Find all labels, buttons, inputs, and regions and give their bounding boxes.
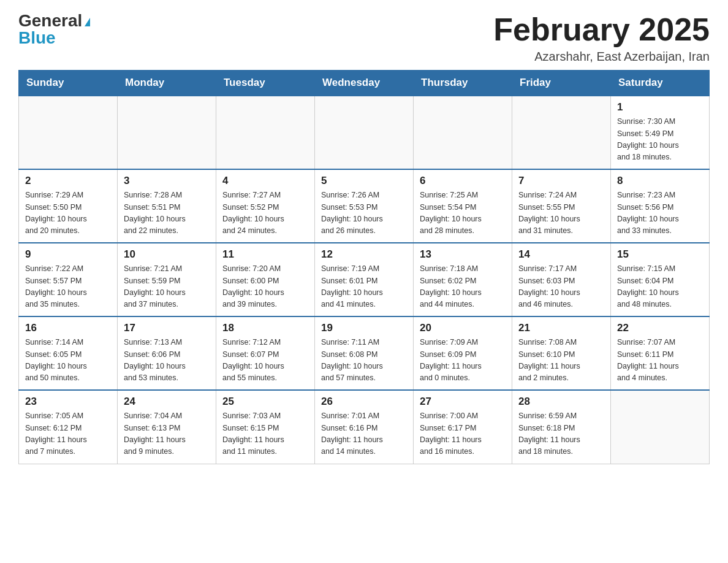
calendar-cell: 17Sunrise: 7:13 AMSunset: 6:06 PMDayligh… xyxy=(118,316,216,390)
day-info: Sunrise: 7:20 AMSunset: 6:00 PMDaylight:… xyxy=(222,263,308,311)
calendar-cell: 13Sunrise: 7:18 AMSunset: 6:02 PMDayligh… xyxy=(414,243,512,316)
calendar-cell: 10Sunrise: 7:21 AMSunset: 5:59 PMDayligh… xyxy=(118,243,216,316)
logo-blue-text: Blue xyxy=(18,29,56,47)
day-info: Sunrise: 7:03 AMSunset: 6:15 PMDaylight:… xyxy=(222,410,308,458)
day-number: 5 xyxy=(321,175,407,187)
day-info: Sunrise: 7:01 AMSunset: 6:16 PMDaylight:… xyxy=(321,410,407,458)
day-number: 10 xyxy=(124,248,210,261)
calendar-cell xyxy=(216,96,315,169)
calendar-cell: 11Sunrise: 7:20 AMSunset: 6:00 PMDayligh… xyxy=(216,243,315,316)
day-number: 15 xyxy=(617,248,703,261)
day-info: Sunrise: 7:29 AMSunset: 5:50 PMDaylight:… xyxy=(25,190,111,237)
day-info: Sunrise: 7:21 AMSunset: 5:59 PMDaylight:… xyxy=(124,263,210,311)
day-of-week-header: Monday xyxy=(118,71,216,96)
day-info: Sunrise: 7:18 AMSunset: 6:02 PMDaylight:… xyxy=(420,263,506,311)
calendar-cell: 12Sunrise: 7:19 AMSunset: 6:01 PMDayligh… xyxy=(315,243,414,316)
calendar-cell: 15Sunrise: 7:15 AMSunset: 6:04 PMDayligh… xyxy=(611,243,710,316)
day-number: 1 xyxy=(617,101,703,113)
day-number: 19 xyxy=(321,322,407,334)
day-info: Sunrise: 7:15 AMSunset: 6:04 PMDaylight:… xyxy=(617,263,703,311)
day-of-week-header: Tuesday xyxy=(216,71,315,96)
calendar-cell: 20Sunrise: 7:09 AMSunset: 6:09 PMDayligh… xyxy=(414,316,512,390)
day-number: 2 xyxy=(25,175,111,187)
day-info: Sunrise: 7:30 AMSunset: 5:49 PMDaylight:… xyxy=(617,116,703,164)
logo: General Blue xyxy=(18,12,90,47)
calendar-week-row: 23Sunrise: 7:05 AMSunset: 6:12 PMDayligh… xyxy=(19,390,710,464)
day-number: 8 xyxy=(617,175,703,187)
calendar-table: SundayMondayTuesdayWednesdayThursdayFrid… xyxy=(18,70,710,464)
day-number: 14 xyxy=(518,248,604,261)
calendar-cell xyxy=(315,96,414,169)
day-info: Sunrise: 7:19 AMSunset: 6:01 PMDaylight:… xyxy=(321,263,407,311)
logo-general-text: General xyxy=(18,11,82,30)
day-info: Sunrise: 7:08 AMSunset: 6:10 PMDaylight:… xyxy=(518,337,604,385)
day-number: 16 xyxy=(25,322,111,334)
calendar-cell xyxy=(19,96,118,169)
calendar-cell: 5Sunrise: 7:26 AMSunset: 5:53 PMDaylight… xyxy=(315,169,414,243)
day-info: Sunrise: 7:12 AMSunset: 6:07 PMDaylight:… xyxy=(222,337,308,385)
calendar-cell: 8Sunrise: 7:23 AMSunset: 5:56 PMDaylight… xyxy=(611,169,710,243)
day-info: Sunrise: 7:26 AMSunset: 5:53 PMDaylight:… xyxy=(321,190,407,237)
calendar-cell: 2Sunrise: 7:29 AMSunset: 5:50 PMDaylight… xyxy=(19,169,118,243)
day-info: Sunrise: 6:59 AMSunset: 6:18 PMDaylight:… xyxy=(518,410,604,458)
calendar-cell: 7Sunrise: 7:24 AMSunset: 5:55 PMDaylight… xyxy=(512,169,611,243)
day-number: 21 xyxy=(518,322,604,334)
day-number: 3 xyxy=(124,175,210,187)
calendar-cell: 26Sunrise: 7:01 AMSunset: 6:16 PMDayligh… xyxy=(315,390,414,464)
day-number: 6 xyxy=(420,175,506,187)
calendar-subtitle: Azarshahr, East Azerbaijan, Iran xyxy=(493,50,710,64)
day-of-week-header: Saturday xyxy=(611,71,710,96)
day-number: 11 xyxy=(222,248,308,261)
calendar-cell xyxy=(611,390,710,464)
day-of-week-header: Thursday xyxy=(414,71,512,96)
calendar-cell: 23Sunrise: 7:05 AMSunset: 6:12 PMDayligh… xyxy=(19,390,118,464)
calendar-cell: 22Sunrise: 7:07 AMSunset: 6:11 PMDayligh… xyxy=(611,316,710,390)
title-section: February 2025 Azarshahr, East Azerbaijan… xyxy=(493,12,710,64)
day-info: Sunrise: 7:14 AMSunset: 6:05 PMDaylight:… xyxy=(25,337,111,385)
day-number: 7 xyxy=(518,175,604,187)
calendar-cell: 21Sunrise: 7:08 AMSunset: 6:10 PMDayligh… xyxy=(512,316,611,390)
calendar-cell xyxy=(414,96,512,169)
day-number: 24 xyxy=(124,396,210,408)
calendar-cell: 4Sunrise: 7:27 AMSunset: 5:52 PMDaylight… xyxy=(216,169,315,243)
calendar-cell: 18Sunrise: 7:12 AMSunset: 6:07 PMDayligh… xyxy=(216,316,315,390)
day-info: Sunrise: 7:11 AMSunset: 6:08 PMDaylight:… xyxy=(321,337,407,385)
day-of-week-header: Sunday xyxy=(19,71,118,96)
calendar-cell: 9Sunrise: 7:22 AMSunset: 5:57 PMDaylight… xyxy=(19,243,118,316)
day-info: Sunrise: 7:17 AMSunset: 6:03 PMDaylight:… xyxy=(518,263,604,311)
logo-triangle-icon xyxy=(85,18,90,26)
logo-top: General xyxy=(18,12,90,29)
calendar-cell: 6Sunrise: 7:25 AMSunset: 5:54 PMDaylight… xyxy=(414,169,512,243)
calendar-cell: 14Sunrise: 7:17 AMSunset: 6:03 PMDayligh… xyxy=(512,243,611,316)
calendar-week-row: 16Sunrise: 7:14 AMSunset: 6:05 PMDayligh… xyxy=(19,316,710,390)
day-number: 9 xyxy=(25,248,111,261)
calendar-cell: 1Sunrise: 7:30 AMSunset: 5:49 PMDaylight… xyxy=(611,96,710,169)
day-number: 27 xyxy=(420,396,506,408)
day-info: Sunrise: 7:13 AMSunset: 6:06 PMDaylight:… xyxy=(124,337,210,385)
calendar-cell: 16Sunrise: 7:14 AMSunset: 6:05 PMDayligh… xyxy=(19,316,118,390)
day-number: 22 xyxy=(617,322,703,334)
calendar-cell xyxy=(118,96,216,169)
day-number: 23 xyxy=(25,396,111,408)
day-info: Sunrise: 7:04 AMSunset: 6:13 PMDaylight:… xyxy=(124,410,210,458)
day-info: Sunrise: 7:24 AMSunset: 5:55 PMDaylight:… xyxy=(518,190,604,237)
day-number: 4 xyxy=(222,175,308,187)
day-info: Sunrise: 7:09 AMSunset: 6:09 PMDaylight:… xyxy=(420,337,506,385)
day-number: 20 xyxy=(420,322,506,334)
day-info: Sunrise: 7:28 AMSunset: 5:51 PMDaylight:… xyxy=(124,190,210,237)
day-of-week-header: Friday xyxy=(512,71,611,96)
day-number: 18 xyxy=(222,322,308,334)
day-info: Sunrise: 7:23 AMSunset: 5:56 PMDaylight:… xyxy=(617,190,703,237)
calendar-cell xyxy=(512,96,611,169)
calendar-header-row: SundayMondayTuesdayWednesdayThursdayFrid… xyxy=(19,71,710,96)
day-number: 28 xyxy=(518,396,604,408)
day-info: Sunrise: 7:22 AMSunset: 5:57 PMDaylight:… xyxy=(25,263,111,311)
calendar-cell: 24Sunrise: 7:04 AMSunset: 6:13 PMDayligh… xyxy=(118,390,216,464)
page-header: General Blue February 2025 Azarshahr, Ea… xyxy=(18,12,710,64)
calendar-week-row: 2Sunrise: 7:29 AMSunset: 5:50 PMDaylight… xyxy=(19,169,710,243)
day-info: Sunrise: 7:25 AMSunset: 5:54 PMDaylight:… xyxy=(420,190,506,237)
calendar-cell: 3Sunrise: 7:28 AMSunset: 5:51 PMDaylight… xyxy=(118,169,216,243)
day-number: 25 xyxy=(222,396,308,408)
day-of-week-header: Wednesday xyxy=(315,71,414,96)
day-number: 13 xyxy=(420,248,506,261)
